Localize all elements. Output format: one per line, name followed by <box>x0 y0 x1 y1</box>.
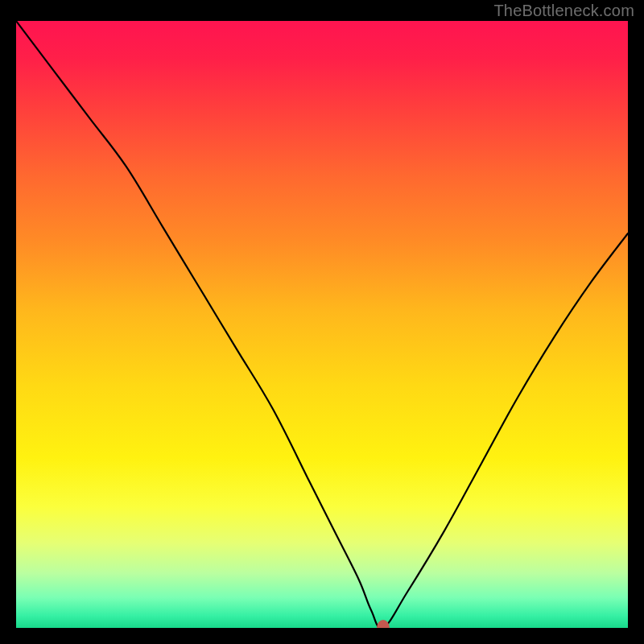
plot-area <box>16 21 628 628</box>
watermark-text: TheBottleneck.com <box>493 2 634 20</box>
chart-frame: TheBottleneck.com <box>0 0 644 644</box>
bottleneck-curve <box>16 21 628 628</box>
